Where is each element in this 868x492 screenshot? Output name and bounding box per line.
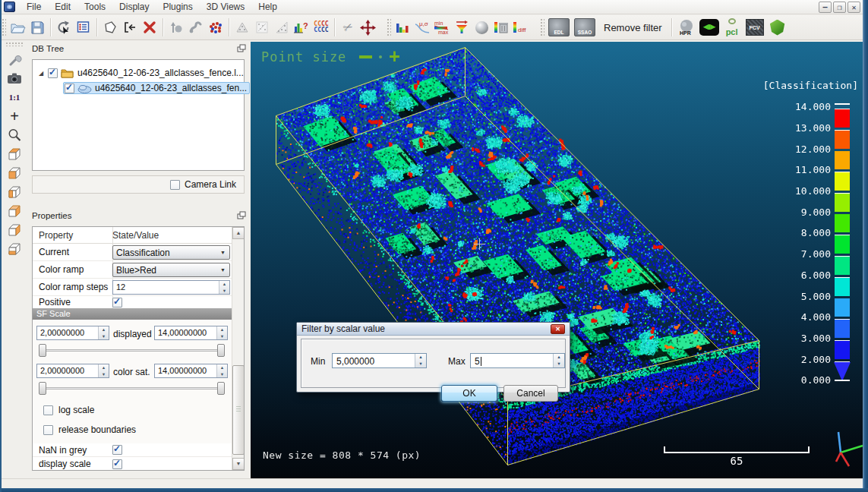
apply-transformation-icon[interactable] xyxy=(120,17,140,38)
tools-icon[interactable] xyxy=(5,49,24,68)
delete-sf-icon[interactable] xyxy=(491,17,511,38)
restore-button[interactable]: ❐ xyxy=(833,2,846,13)
gaussian-filter-icon[interactable]: μ,σ xyxy=(412,17,432,38)
point-size-increase-button[interactable]: + xyxy=(389,49,399,63)
toolbar-separator xyxy=(96,18,97,36)
sf-minmax-icon[interactable]: minmax xyxy=(432,17,452,38)
display-scale-checkbox[interactable] xyxy=(112,459,122,469)
toolbar-handle[interactable] xyxy=(387,18,391,36)
translate-rotate-icon[interactable] xyxy=(358,17,377,38)
menu-item[interactable]: Display xyxy=(112,0,156,14)
properties-header: Property State/Value xyxy=(33,227,232,244)
release-boundaries-label: release boundaries xyxy=(58,424,136,435)
menu-item[interactable]: File xyxy=(20,0,48,14)
pivot-icon[interactable] xyxy=(54,17,74,38)
color-ramp-combo[interactable]: Blue>Red▼ xyxy=(112,263,230,277)
float-panel-icon[interactable] xyxy=(237,44,246,54)
expander-icon[interactable]: ◢ xyxy=(39,70,48,77)
camera-link-checkbox[interactable] xyxy=(170,180,180,190)
sf-diff-icon[interactable]: diff xyxy=(511,17,531,38)
tree-item-root[interactable]: ◢ u4625640_12-06-23_allclasses_fence.l..… xyxy=(33,65,244,80)
point-list-picking-icon[interactable] xyxy=(206,17,226,38)
zoom-1-1-icon[interactable]: 1:1 xyxy=(5,87,24,106)
close-button[interactable]: ✕ xyxy=(847,2,860,13)
menu-item[interactable]: 3D Views xyxy=(200,0,251,14)
display-options-icon[interactable] xyxy=(74,17,93,38)
displayed-range-slider[interactable] xyxy=(39,344,225,358)
menu-item[interactable]: Tools xyxy=(77,0,112,14)
minimize-button[interactable]: – xyxy=(819,2,832,13)
kinect-icon[interactable]: ◀▮▶ xyxy=(698,17,721,38)
properties-panel: Properties Property State/Value Current … xyxy=(27,209,251,472)
subsample-icon[interactable] xyxy=(272,17,292,38)
menu-item[interactable]: Plugins xyxy=(156,0,199,14)
scroll-up-icon[interactable]: ▲ xyxy=(232,227,245,239)
pick-rotation-center-icon[interactable]: + xyxy=(5,106,24,125)
back-view-icon[interactable] xyxy=(5,201,24,220)
color-sat-max-spinner[interactable]: 14,00000000▲▼ xyxy=(154,364,228,378)
menu-item[interactable]: Help xyxy=(251,0,284,14)
positive-checkbox[interactable] xyxy=(112,298,122,308)
pcl-icon[interactable]: pcl xyxy=(721,17,743,38)
sf-histogram-icon[interactable] xyxy=(393,17,412,38)
toolbar-handle[interactable] xyxy=(5,42,24,46)
tree-item-label: u4625640_12-06-23_allclasses_fen... xyxy=(95,83,247,93)
console-icon[interactable]: CCCCCCCC xyxy=(311,17,331,38)
point-pair-align-icon[interactable] xyxy=(186,17,206,38)
visibility-checkbox[interactable] xyxy=(65,84,74,93)
legend-swatch xyxy=(835,320,850,338)
dialog-close-icon[interactable]: ✕ xyxy=(551,324,565,334)
color-sat-range-slider[interactable] xyxy=(39,382,225,396)
color-sat-min-spinner[interactable]: 2,00000000▲▼ xyxy=(36,364,109,378)
3d-viewport[interactable]: Point size + [Classification] 14.000 xyxy=(251,42,863,478)
cross-section-icon[interactable]: ✂ xyxy=(338,17,358,38)
nan-in-grey-checkbox[interactable] xyxy=(112,445,122,455)
front-view-icon[interactable] xyxy=(5,163,24,182)
open-icon[interactable] xyxy=(8,17,27,38)
filter-by-value-icon[interactable] xyxy=(452,17,472,38)
properties-scrollbar[interactable]: ▲ ▼ xyxy=(232,227,244,470)
dialog-title-bar[interactable]: Filter by scalar value ✕ xyxy=(297,323,570,336)
remove-filter-button[interactable]: Remove filter xyxy=(598,20,668,36)
histogram-query-icon[interactable]: ? xyxy=(292,17,311,38)
scroll-down-icon[interactable]: ▼ xyxy=(232,458,245,470)
sphere-icon[interactable] xyxy=(472,17,491,38)
min-value-field[interactable]: 5,000000▲▼ xyxy=(332,353,427,368)
scrollbar-thumb[interactable] xyxy=(232,365,245,455)
bottom-view-icon[interactable] xyxy=(5,239,24,258)
float-panel-icon[interactable] xyxy=(237,211,246,221)
ok-button[interactable]: OK xyxy=(441,385,497,402)
zoom-icon[interactable] xyxy=(5,125,24,144)
toolbar-handle[interactable] xyxy=(540,18,544,36)
toolbar-handle[interactable] xyxy=(2,18,6,36)
current-sf-combo[interactable]: Classification▼ xyxy=(112,245,230,260)
segment-icon[interactable] xyxy=(100,17,120,38)
ssao-shader-icon[interactable]: SSAO xyxy=(572,17,598,38)
point-picking-icon[interactable] xyxy=(166,17,186,38)
log-scale-checkbox[interactable] xyxy=(43,405,53,415)
top-view-icon[interactable] xyxy=(5,144,24,163)
menu-item[interactable]: Edit xyxy=(48,0,77,14)
screenshot-icon[interactable] xyxy=(5,68,24,87)
displayed-max-spinner[interactable]: 14,00000000▲▼ xyxy=(154,326,228,340)
visibility-checkbox[interactable] xyxy=(48,68,58,78)
legend-label: 9.000 xyxy=(801,207,831,218)
max-value-field[interactable]: 5 ▲▼ xyxy=(470,353,565,368)
point-size-decrease-button[interactable] xyxy=(359,55,372,58)
clone-icon[interactable] xyxy=(232,17,252,38)
facets-icon[interactable] xyxy=(766,17,789,38)
hpr-icon[interactable]: HPR xyxy=(675,17,698,38)
color-ramp-steps-spinner[interactable]: 12 ▲▼ xyxy=(112,280,230,295)
interpolate-icon[interactable] xyxy=(252,17,272,38)
edl-shader-icon[interactable]: EDL xyxy=(546,17,572,38)
cloudcompare-window: FileEditToolsDisplayPlugins3D ViewsHelp … xyxy=(0,0,868,492)
right-view-icon[interactable] xyxy=(5,220,24,239)
cancel-button[interactable]: Cancel xyxy=(503,385,558,402)
release-boundaries-checkbox[interactable] xyxy=(43,425,53,435)
save-icon[interactable] xyxy=(27,17,47,38)
delete-icon[interactable] xyxy=(140,17,159,38)
displayed-min-spinner[interactable]: 2,00000000▲▼ xyxy=(36,326,109,340)
tree-item-cloud[interactable]: u4625640_12-06-23_allclasses_fen... xyxy=(33,80,244,96)
left-view-icon[interactable] xyxy=(5,182,24,201)
pcv-icon[interactable]: PCV xyxy=(743,17,766,38)
